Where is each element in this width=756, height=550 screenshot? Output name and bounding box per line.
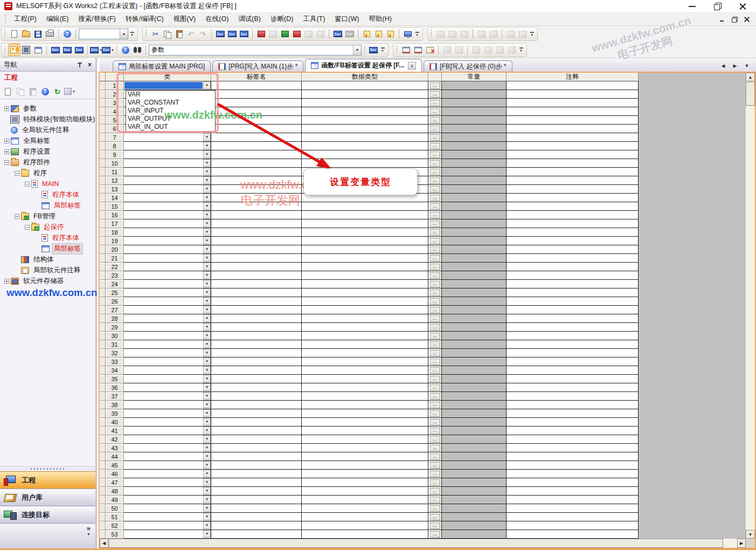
class-cell[interactable]: [124, 418, 211, 427]
row-selector-cell[interactable]: [100, 332, 106, 340]
row-selector-cell[interactable]: [100, 340, 106, 349]
label-name-cell[interactable]: [211, 496, 302, 504]
row-selector-cell[interactable]: [100, 90, 106, 99]
class-cell[interactable]: [124, 81, 211, 90]
row-selector-cell[interactable]: [100, 125, 106, 133]
data-type-browse-button[interactable]: ...: [430, 126, 440, 132]
data-type-browse-button[interactable]: ...: [430, 212, 440, 218]
comment-cell[interactable]: [507, 452, 639, 461]
class-combo-dropdown-button[interactable]: [203, 366, 211, 374]
comment-cell[interactable]: [507, 427, 639, 435]
mdi-close-button[interactable]: [744, 17, 750, 22]
class-combo-dropdown-button[interactable]: [203, 133, 211, 141]
toolbar-grip[interactable]: [145, 30, 148, 38]
data-type-cell[interactable]: [302, 133, 428, 142]
data-type-browse-button[interactable]: ...: [430, 290, 440, 296]
tree-expand-toggle[interactable]: +: [4, 139, 9, 143]
data-type-cell[interactable]: [302, 358, 428, 366]
data-type-cell[interactable]: [302, 228, 428, 237]
data-type-browse-button[interactable]: ...: [430, 359, 440, 365]
row-selector-cell[interactable]: [100, 116, 106, 125]
label-name-cell[interactable]: [211, 470, 302, 478]
row-number-cell[interactable]: 31: [106, 340, 124, 349]
screen-find-button[interactable]: [226, 29, 238, 40]
comment-cell[interactable]: [507, 176, 639, 185]
class-combo-dropdown-button[interactable]: [203, 487, 211, 494]
row-number-cell[interactable]: 21: [106, 254, 124, 263]
label-name-cell[interactable]: [211, 142, 302, 150]
data-type-cell[interactable]: [302, 159, 428, 168]
comment-cell[interactable]: [507, 314, 639, 323]
row-number-cell[interactable]: 36: [106, 383, 124, 392]
row-number-cell[interactable]: 39: [106, 409, 124, 418]
tree-expand-toggle[interactable]: −: [4, 160, 9, 165]
data-type-cell[interactable]: [302, 99, 428, 107]
class-combo-dropdown-button[interactable]: [203, 280, 211, 287]
data-type-cell[interactable]: [302, 237, 428, 245]
data-type-cell[interactable]: [302, 418, 428, 427]
horizontal-scroll-thumb[interactable]: [109, 539, 723, 548]
class-cell[interactable]: [124, 176, 211, 185]
row-number-cell[interactable]: 47: [106, 478, 124, 487]
data-type-browse-button[interactable]: ...: [430, 177, 440, 184]
class-cell[interactable]: [124, 358, 211, 366]
dropdown-option-3[interactable]: VAR_OUTPUT: [126, 115, 215, 123]
label-name-cell[interactable]: [211, 288, 302, 297]
label-name-cell[interactable]: [211, 521, 302, 530]
paste-button[interactable]: [174, 29, 185, 40]
comment-cell[interactable]: [507, 288, 639, 297]
class-combo-dropdown-button[interactable]: [203, 478, 211, 486]
row-number-cell[interactable]: 53: [106, 530, 124, 539]
label-name-cell[interactable]: [211, 349, 302, 358]
comment-cell[interactable]: [507, 504, 639, 513]
label-name-cell[interactable]: [211, 237, 302, 245]
tree-item-7[interactable]: −MAIN: [0, 178, 95, 189]
data-type-browse-button[interactable]: ...: [430, 350, 440, 356]
class-cell[interactable]: [124, 271, 211, 280]
label-name-cell[interactable]: [211, 271, 302, 280]
data-type-browse-button[interactable]: ...: [430, 402, 440, 408]
menu-item-10[interactable]: 帮助(H): [364, 13, 396, 25]
new-data-button[interactable]: [2, 86, 13, 97]
data-type-browse-button[interactable]: ...: [430, 531, 440, 538]
data-type-cell[interactable]: [302, 401, 428, 409]
tree-item-11[interactable]: −起保停: [0, 222, 95, 232]
label-name-cell[interactable]: [211, 81, 302, 90]
mdi-restore-button[interactable]: [732, 17, 737, 22]
data-type-browse-button[interactable]: ...: [430, 195, 440, 201]
comment-cell[interactable]: [507, 461, 639, 470]
class-cell[interactable]: [124, 349, 211, 358]
class-combo-dropdown-button[interactable]: [203, 358, 211, 365]
label-name-cell[interactable]: [211, 418, 302, 427]
label-name-cell[interactable]: [211, 392, 302, 401]
row-number-cell[interactable]: 13: [106, 185, 124, 194]
class-cell[interactable]: [124, 133, 211, 142]
label-name-cell[interactable]: [211, 150, 302, 159]
data-type-browse-button[interactable]: ...: [430, 341, 440, 348]
restore-button[interactable]: [714, 3, 721, 10]
comment-cell[interactable]: [507, 392, 639, 401]
mdi-minimize-button[interactable]: [719, 17, 725, 22]
tree-item-13[interactable]: 局部标签: [0, 243, 95, 254]
comment-cell[interactable]: [507, 202, 639, 211]
class-cell[interactable]: [124, 314, 211, 323]
tree-item-2[interactable]: 全局软元件注释: [0, 125, 95, 135]
label-name-cell[interactable]: [211, 409, 302, 418]
tree-item-10[interactable]: −FB管理: [0, 211, 95, 222]
class-cell[interactable]: [124, 504, 211, 513]
row-selector-cell[interactable]: [100, 358, 106, 366]
comment-cell[interactable]: [507, 409, 639, 418]
class-combo-dropdown-button[interactable]: [203, 306, 211, 313]
class-cell[interactable]: [124, 219, 211, 228]
comment-cell[interactable]: [507, 332, 639, 340]
row-selector-cell[interactable]: [100, 245, 106, 254]
class-cell[interactable]: [124, 332, 211, 340]
monitor-window-button[interactable]: [402, 29, 413, 40]
row-selector-cell[interactable]: [100, 383, 106, 392]
label-name-cell[interactable]: [211, 444, 302, 452]
comment-cell[interactable]: [507, 521, 639, 530]
combo-dropdown-arrow-icon[interactable]: [353, 45, 361, 55]
label-name-cell[interactable]: [211, 280, 302, 288]
pin-icon[interactable]: [78, 62, 82, 68]
class-cell[interactable]: [124, 168, 211, 176]
